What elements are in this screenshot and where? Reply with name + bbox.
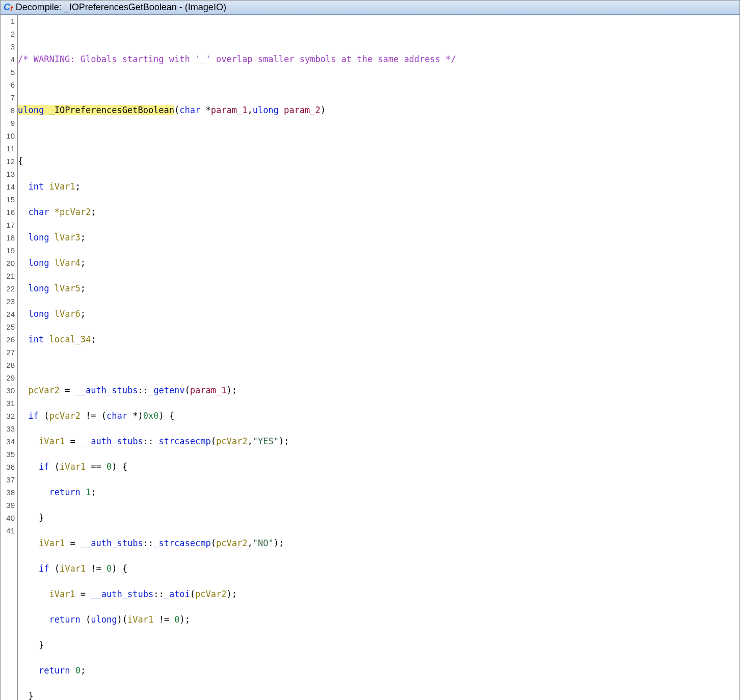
line-number: 23	[1, 295, 17, 308]
scope-op: ::	[143, 436, 153, 446]
line-number: 17	[1, 219, 17, 231]
keyword-if: if	[28, 411, 38, 421]
num: 0	[107, 462, 112, 472]
line-number: 13	[1, 168, 17, 180]
decompiled-code[interactable]: /* WARNING: Globals starting with '_' ov…	[18, 15, 739, 700]
var-decl: lVar5	[49, 283, 80, 293]
param-name: param_1	[211, 105, 248, 115]
keyword-if: if	[39, 563, 49, 574]
line-number: 4	[1, 53, 17, 66]
line-number: 39	[1, 499, 17, 511]
title-func: _IOPreferencesGetBoolean	[64, 2, 177, 12]
line-number: 2	[1, 28, 17, 40]
var: pcVar2	[195, 589, 226, 599]
type-char: char	[28, 207, 49, 217]
call-strcasecmp: _strcasecmp	[153, 436, 211, 446]
param-type: ulong	[253, 105, 279, 115]
var: pcVar2	[49, 411, 80, 421]
line-number: 3	[1, 40, 17, 53]
num: 0x0	[143, 411, 159, 421]
line-number: 6	[1, 78, 17, 91]
line-number: 20	[1, 257, 17, 270]
call-getenv: _getenv	[148, 385, 185, 395]
var-decl: lVar4	[49, 258, 80, 268]
scope-op: ::	[153, 589, 164, 599]
num: 0	[75, 665, 81, 676]
line-number: 29	[1, 371, 17, 384]
var: pcVar2	[216, 538, 247, 548]
line-number: 33	[1, 422, 17, 435]
namespace: __auth_stubs	[75, 385, 138, 395]
line-number: 18	[1, 231, 17, 244]
var: pcVar2	[216, 436, 247, 446]
line-number: 26	[1, 333, 17, 346]
line-number: 34	[1, 435, 17, 448]
param-name: param_2	[279, 105, 321, 115]
warning-comment: /* WARNING: Globals starting with '_' ov…	[18, 54, 456, 64]
var-decl: lVar6	[49, 309, 80, 319]
var: iVar1	[127, 614, 153, 625]
line-number: 32	[1, 410, 17, 422]
line-number-gutter: 1 2 3 4 5 6 7 8 9 10 11 12 13 14 15 16 1…	[1, 15, 18, 700]
cast-type: char	[107, 411, 127, 421]
decompile-titlebar[interactable]: Cf Decompile: _IOPreferencesGetBoolean -…	[1, 1, 739, 15]
var: iVar1	[60, 563, 86, 574]
line-number: 27	[1, 346, 17, 359]
type-long: long	[28, 232, 49, 243]
param-ref: param_1	[190, 385, 227, 395]
line-number: 35	[1, 448, 17, 461]
line-number: 8	[1, 104, 17, 117]
line-number: 41	[1, 524, 17, 537]
comma: ,	[247, 105, 252, 115]
string-literal: "YES"	[253, 436, 279, 446]
keyword-if: if	[39, 462, 49, 472]
type-long: long	[28, 258, 49, 268]
scope-op: ::	[138, 385, 148, 395]
num: 0	[174, 614, 179, 625]
function-name: _IOPreferencesGetBoolean	[44, 105, 174, 115]
line-number: 25	[1, 320, 17, 333]
var-decl: *pcVar2	[49, 207, 91, 217]
decompile-icon: Cf	[4, 2, 13, 13]
line-number: 16	[1, 206, 17, 219]
namespace: __auth_stubs	[81, 538, 143, 548]
scope-op: ::	[143, 538, 153, 548]
namespace: __auth_stubs	[91, 589, 153, 599]
var: iVar1	[39, 538, 65, 548]
line-number: 21	[1, 270, 17, 282]
var: iVar1	[60, 462, 86, 472]
line-number: 1	[1, 15, 17, 28]
line-number: 7	[1, 91, 17, 104]
line-number: 9	[1, 117, 17, 129]
line-number: 36	[1, 461, 17, 473]
keyword-return: return	[49, 487, 80, 497]
decompile-panel: Cf Decompile: _IOPreferencesGetBoolean -…	[0, 0, 740, 700]
type-int: int	[28, 181, 44, 192]
line-number: 31	[1, 397, 17, 410]
param-type: char	[179, 105, 200, 115]
num: 0	[107, 563, 112, 574]
ptr-star: *	[200, 105, 210, 115]
return-type: ulong	[18, 105, 44, 115]
line-number: 30	[1, 384, 17, 397]
line-number: 19	[1, 244, 17, 257]
line-number: 5	[1, 66, 17, 78]
title-text: Decompile: _IOPreferencesGetBoolean - (I…	[16, 2, 226, 13]
line-number: 12	[1, 155, 17, 168]
keyword-return: return	[39, 665, 70, 676]
namespace: __auth_stubs	[81, 436, 143, 446]
call-strcasecmp: _strcasecmp	[153, 538, 211, 548]
title-suffix: - (ImageIO)	[177, 2, 226, 12]
line-number: 22	[1, 282, 17, 295]
line-number: 15	[1, 193, 17, 206]
type-long: long	[28, 309, 49, 319]
var-decl: local_34	[44, 334, 91, 344]
line-number: 11	[1, 142, 17, 155]
line-number: 40	[1, 511, 17, 524]
var-decl: iVar1	[44, 181, 75, 192]
var: pcVar2	[28, 385, 59, 395]
var: iVar1	[39, 436, 65, 446]
line-number: 37	[1, 473, 17, 486]
code-container: 1 2 3 4 5 6 7 8 9 10 11 12 13 14 15 16 1…	[1, 15, 739, 700]
num: 1	[86, 487, 91, 497]
